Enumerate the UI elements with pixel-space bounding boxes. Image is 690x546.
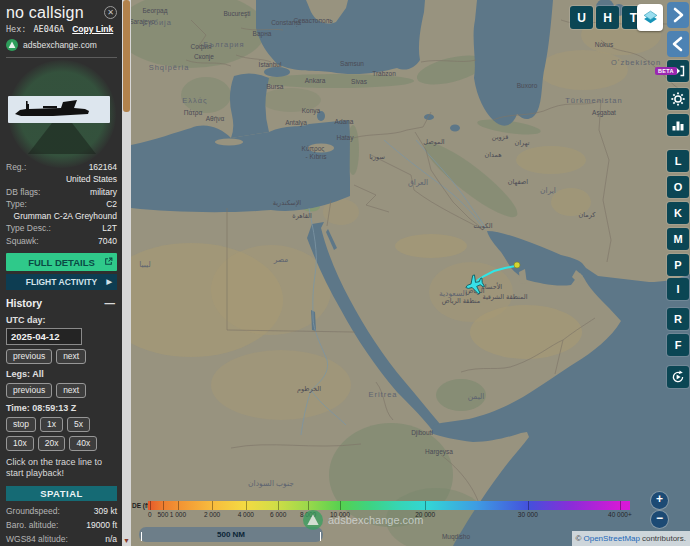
info-row-label: DB flags: [6,186,41,198]
map-button-M[interactable]: M [667,228,689,250]
stats-button[interactable] [667,114,689,136]
osm-link[interactable]: OpenStreetMap [583,534,639,543]
info-row-value: United States [66,173,117,185]
flight-trace-layer [131,0,690,546]
leg-previous-button[interactable]: previous [6,383,52,398]
legend-tick-mark [308,501,309,510]
trace-endpoint[interactable] [514,262,520,268]
watermark-text: adsbexchange.com [328,514,423,526]
speed-button-1x[interactable]: 1x [40,417,63,432]
map-button-H[interactable]: H [596,6,619,29]
settings-button[interactable] [667,88,689,110]
site-link[interactable]: adsbexchange.com [23,40,97,50]
playback-hint: Click on the trace line to start playbac… [6,457,117,480]
full-details-label: FULL DETAILS [28,257,95,268]
flight-activity-label: FLIGHT ACTIVITY [26,277,97,287]
day-next-button[interactable]: next [56,349,86,364]
spatial-header: SPATIAL [6,486,117,501]
full-details-button[interactable]: FULL DETAILS [6,253,117,271]
map[interactable]: БеоградSarajevoСрбијаBucureştiConstanțaВ… [131,0,690,546]
legend-tick-label: 4 000 [238,511,254,518]
chevron-right-icon [671,6,685,24]
hex-label: Hex: [6,24,26,34]
spatial-row-value: n/a [105,532,117,546]
callsign-title: no callsign [6,4,84,22]
map-button-R[interactable]: R [667,308,689,330]
map-button-F[interactable]: F [667,334,689,356]
legend-tick-mark [163,501,164,510]
legend-tick-mark [246,501,247,510]
copy-link[interactable]: Copy Link [72,24,113,34]
adsbexchange-app: ▼ no callsign ✕ Hex: AE046A Copy Link ad… [0,0,690,546]
layers-gem-icon [642,9,659,26]
map-scale-bar: 500 NM [139,527,323,542]
speed-button-10x[interactable]: 10x [6,436,34,451]
speed-button-5x[interactable]: 5x [67,417,90,432]
scrollbar-down-arrow[interactable]: ▼ [122,536,131,545]
map-button-K[interactable]: K [667,202,689,224]
sidebar-scrollbar[interactable]: ▼ [122,0,131,546]
speed-button-20x[interactable]: 20x [38,436,66,451]
panel-close-button[interactable] [667,31,689,57]
legend-tick-label: 30 000 [518,511,538,518]
layers-button[interactable] [637,4,663,31]
legend-tick-label: 1 000 [170,511,186,518]
info-row: Type:C2 [6,198,117,210]
aircraft-photo[interactable] [8,96,110,123]
external-link-icon [104,257,113,266]
spatial-row-label: Baro. altitude: [6,518,58,532]
map-button-I[interactable]: I [667,278,689,300]
map-button-O[interactable]: O [667,176,689,198]
minimize-icon[interactable]: — [105,297,116,309]
info-row-label: Reg.: [6,161,26,173]
copyright-symbol: © [576,534,582,543]
bar-chart-icon [670,117,686,133]
scrollbar-thumb[interactable] [123,0,130,112]
replay-circle-icon [670,369,686,385]
c2-silhouette [13,98,105,121]
info-row-label: Squawk: [6,235,39,247]
info-row-value: military [90,186,117,198]
beta-badge: BETA [655,67,677,75]
leg-next-button[interactable]: next [56,383,86,398]
info-row-value: C2 [106,198,117,210]
panel-open-button[interactable] [667,2,689,28]
utc-day-input[interactable] [6,328,82,345]
zoom-out-button[interactable]: − [651,511,668,528]
speed-button-stop[interactable]: stop [6,417,36,432]
aircraft-panel: ▼ no callsign ✕ Hex: AE046A Copy Link ad… [0,0,131,546]
legend-tick-mark [425,501,426,510]
map-button-P[interactable]: P [667,254,689,276]
legend-tick-label: 500 [158,511,169,518]
flight-activity-button[interactable]: FLIGHT ACTIVITY ▶ [6,274,117,290]
info-row-value: L2T [102,222,117,234]
speed-button-40x[interactable]: 40x [69,436,97,451]
map-button-L[interactable]: L [667,150,689,172]
legend-tick-label: 2 000 [204,511,220,518]
legend-tick-label: 0 [148,511,152,518]
map-watermark: adsbexchange.com [303,510,423,530]
spatial-row: Baro. altitude:19000 ft [6,518,117,532]
legend-tick-mark [620,501,621,510]
info-row-label: Type Desc.: [6,222,51,234]
altitude-legend-bar [148,501,630,510]
info-row-label: Type: [6,198,27,210]
info-row-value: 162164 [89,161,117,173]
info-row: DB flags:military [6,186,117,198]
history-title: History [6,297,42,309]
legend-tick-mark [528,501,529,510]
legend-tick-mark [278,501,279,510]
close-icon[interactable]: ✕ [104,6,117,19]
day-previous-button[interactable]: previous [6,349,52,364]
zoom-in-button[interactable]: + [651,492,668,509]
map-button-U[interactable]: U [570,6,593,29]
scale-text: 500 NM [217,530,245,539]
info-row: United States [6,173,117,185]
map-top-buttons: UHT [570,6,645,29]
info-row: Type Desc.:L2T [6,222,117,234]
gear-icon [670,91,686,107]
replay-history-button[interactable] [667,366,689,388]
info-row-value: Grumman C-2A Greyhound [14,210,117,222]
caret-right-icon: ▶ [107,278,112,286]
spatial-row-label: Groundspeed: [6,504,60,518]
